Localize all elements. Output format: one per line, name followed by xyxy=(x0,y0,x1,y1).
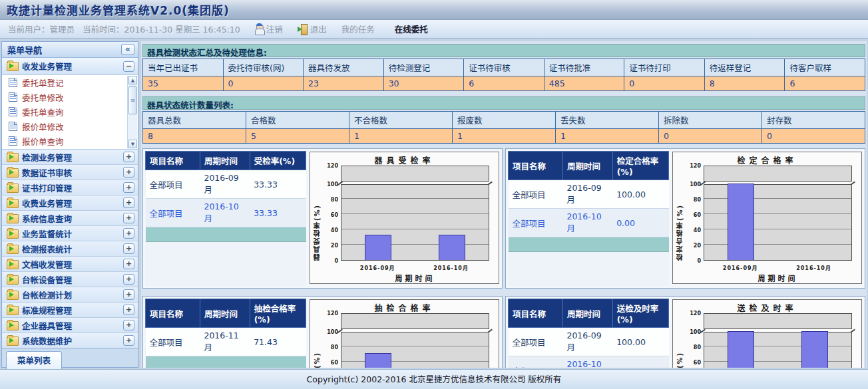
collapse-section-button[interactable]: − xyxy=(123,61,134,72)
chart-title: 器具受检率 xyxy=(310,154,499,166)
sidebar-section-collapsed[interactable]: 系统信息查询+ xyxy=(2,211,138,226)
sidebar-section-collapsed[interactable]: 收费业务管理+ xyxy=(2,195,138,211)
expand-section-button[interactable]: + xyxy=(123,259,134,269)
table-row[interactable]: 全部项目2016-10月0.00 xyxy=(509,209,669,237)
expand-section-button[interactable]: + xyxy=(123,289,134,300)
submenu-scrollbar[interactable]: ▲ ▼ xyxy=(127,76,137,148)
sidebar-section-collapsed[interactable]: 数据证书审核+ xyxy=(2,165,138,180)
exit-button[interactable]: 退出 xyxy=(298,23,327,35)
expand-section-button[interactable]: + xyxy=(123,320,134,330)
panel-column-header: 项目名称 xyxy=(146,299,200,328)
bar-chart: 抽检合格率抽检合格率(%)周期时间0204060801001202016-11月 xyxy=(310,299,499,368)
sidebar-menu-item-partial[interactable] xyxy=(2,148,138,150)
summary-column-header: 器具总数 xyxy=(143,112,246,129)
summary-column-header: 合格数 xyxy=(246,112,349,129)
sidebar-section-collapsed[interactable]: 标准规程管理+ xyxy=(2,303,138,318)
folder-icon xyxy=(7,275,18,284)
expand-section-button[interactable]: + xyxy=(123,167,134,178)
panel-column-header: 项目名称 xyxy=(509,299,563,328)
scroll-down-icon[interactable]: ▼ xyxy=(128,140,137,148)
my-tasks-button[interactable]: 我的任务 xyxy=(341,23,375,35)
sidebar-section-collapsed[interactable]: 检测业务管理+ xyxy=(2,150,138,165)
folder-icon xyxy=(7,260,18,269)
y-tick-label: 40 xyxy=(316,227,338,233)
table-row[interactable]: 全部项目2016-10月33.33 xyxy=(146,199,306,227)
sidebar-section-collapsed[interactable]: 检测报表统计+ xyxy=(2,241,138,257)
expand-section-button[interactable]: + xyxy=(123,152,134,162)
summary-column-header: 报废数 xyxy=(453,112,556,129)
table-row[interactable]: 全部项目2016-10月100.00 xyxy=(509,356,669,368)
table-row-empty xyxy=(509,237,669,252)
x-tick-label: 2016-09月 xyxy=(703,264,778,271)
dashboard-grid: 项目名称周期时间受检率(%)全部项目2016-09月33.33全部项目2016-… xyxy=(142,148,865,368)
table-row[interactable]: 全部项目2016-09月100.00 xyxy=(509,328,669,356)
panel-column-header: 周期时间 xyxy=(200,299,250,328)
expand-section-button[interactable]: + xyxy=(123,274,134,285)
panel-column-header: 周期时间 xyxy=(562,299,612,328)
bar-chart: 检定合格率检定合格率(%)周期时间0204060801001202016-09月… xyxy=(672,152,862,284)
copyright-text: Copyright(c) 2002-2016 北京星捷方优信息技术有限公司 版权… xyxy=(307,374,562,384)
y-tick-label: 80 xyxy=(678,344,701,350)
summary-column-header: 当年已出证书 xyxy=(143,59,224,76)
expand-section-button[interactable]: + xyxy=(123,197,134,208)
bar xyxy=(365,235,391,260)
sidebar-menu-item[interactable]: 委托单查询 xyxy=(2,104,138,119)
summary-column-header: 不合格数 xyxy=(349,112,453,129)
online-entrust-button[interactable]: 在线委托 xyxy=(395,23,428,35)
main-content: 器具检测状态汇总及待处理信息: 当年已出证书委托待审核(网)器具待发放待检测登记… xyxy=(141,41,867,368)
panel-column-header: 受检率(%) xyxy=(250,152,306,170)
sidebar-menu-item[interactable]: 委托单修改 xyxy=(2,90,138,104)
y-tick-label: 0 xyxy=(678,258,701,264)
summary-column-header: 丢失数 xyxy=(556,112,659,129)
sidebar-section-label: 收发业务管理 xyxy=(22,60,119,72)
expand-section-button[interactable]: + xyxy=(123,228,134,239)
sidebar-section-collapsed[interactable]: 系统数据维护+ xyxy=(2,333,138,348)
folder-icon xyxy=(7,184,18,192)
sidebar-section-collapsed[interactable]: 证书打印管理+ xyxy=(2,180,138,195)
sidebar-submenu: 委托单登记委托单修改委托单查询报价单修改报价单查询 ▲ ▼ xyxy=(2,75,138,150)
table-row[interactable]: 全部项目2016-09月100.00 xyxy=(509,180,669,209)
expand-section-button[interactable]: + xyxy=(123,213,134,223)
sidebar-section-collapsed[interactable]: 台帐设备管理+ xyxy=(2,272,138,287)
expand-section-button[interactable]: + xyxy=(123,305,134,315)
sidebar-menu-item[interactable]: 报价单查询 xyxy=(2,134,138,148)
y-tick-label: 60 xyxy=(316,360,338,366)
menu-list-tab[interactable]: 菜单列表 xyxy=(6,351,62,369)
summary-column-header: 证书待审核 xyxy=(464,59,544,76)
sidebar-section-expanded[interactable]: 收发业务管理 − xyxy=(2,58,138,75)
summary-value-cell: 0 xyxy=(762,129,865,144)
summary-column-header: 待返样登记 xyxy=(704,59,785,76)
document-icon xyxy=(9,78,17,87)
summary-value-cell: 1 xyxy=(349,129,453,144)
panel-column-header: 周期时间 xyxy=(200,152,250,170)
count-summary-title: 器具状态统计数量列表: xyxy=(142,96,865,110)
my-tasks-label: 我的任务 xyxy=(341,23,375,35)
table-row[interactable]: 全部项目2016-09月33.33 xyxy=(146,170,306,199)
panel-sampling-pass-rate: 项目名称周期时间抽检合格率(%)全部项目2016-11月71.43抽检合格率抽检… xyxy=(142,296,503,368)
sidebar-section-collapsed[interactable]: 文档收发管理+ xyxy=(2,257,138,272)
x-tick-label: 2016-09月 xyxy=(340,264,415,271)
expand-section-button[interactable]: + xyxy=(123,182,134,193)
sidebar-collapse-button[interactable]: « xyxy=(121,44,134,55)
summary-column-header: 证书待打印 xyxy=(624,59,705,76)
chart-axis-break-band xyxy=(704,166,852,182)
table-row[interactable]: 全部项目2016-11月71.43 xyxy=(146,328,306,356)
sidebar-menu-item[interactable]: 报价单修改 xyxy=(2,119,138,134)
summary-column-header: 委托待审核(网) xyxy=(223,59,304,76)
panel-table: 项目名称周期时间抽检合格率(%)全部项目2016-11月71.43 xyxy=(145,299,306,368)
summary-value-cell: 1 xyxy=(556,129,659,144)
y-tick-label: 60 xyxy=(678,212,701,218)
sidebar-section-collapsed[interactable]: 企业器具管理+ xyxy=(2,318,138,333)
logout-button[interactable]: 注销 xyxy=(255,23,283,35)
scroll-up-icon[interactable]: ▲ xyxy=(128,76,137,84)
summary-value-cell: 485 xyxy=(544,76,624,91)
current-user-label: 当前用户：管理员 xyxy=(8,23,75,35)
sidebar-menu-item[interactable]: 委托单登记 xyxy=(2,75,138,90)
sidebar-section-collapsed[interactable]: 业务监督统计+ xyxy=(2,226,138,241)
expand-section-button[interactable]: + xyxy=(123,243,134,254)
scrollbar-thumb[interactable] xyxy=(128,86,137,114)
expand-section-button[interactable]: + xyxy=(123,335,134,346)
chart-y-axis-label: 检定合格率(%) xyxy=(675,184,685,261)
status-summary-table: 当年已出证书委托待审核(网)器具待发放待检测登记证书待审核证书待批准证书待打印待… xyxy=(142,59,865,91)
sidebar-section-collapsed[interactable]: 台帐检测计划+ xyxy=(2,287,138,303)
